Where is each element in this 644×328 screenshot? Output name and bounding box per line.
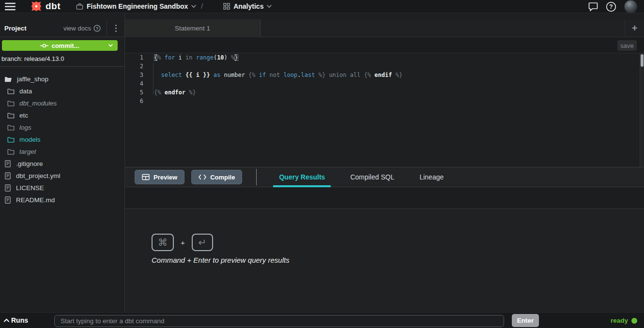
chevron-up-icon [4,318,9,322]
sidebar-divider [0,66,124,67]
tree-item-label: logs [19,124,31,131]
tree-item-dbt-project-yml[interactable]: dbt_project.yml [0,170,124,182]
tree-item-label: dbt_project.yml [16,172,61,179]
user-avatar[interactable] [624,0,637,13]
code-line-6[interactable]: 6 [125,97,644,105]
preview-button[interactable]: Preview [135,170,184,184]
commit-label: commit... [51,42,79,49]
folder-open-icon [4,76,12,83]
editor-tab-bar: Statement 1 + [125,19,644,37]
tree-item-label: models [19,136,41,143]
runs-label: Runs [11,316,28,324]
code-line-5[interactable]: 5{% endfor %} [125,88,644,97]
folder-icon [7,136,15,143]
file-icon [4,160,11,167]
results-tab-compiled-sql[interactable]: Compiled SQL [344,167,400,187]
top-nav-bar: dbt Fishtown Engineering Sandbox / Analy… [0,0,644,13]
folder-icon [7,88,15,94]
project-selector[interactable]: Analytics [223,2,272,10]
save-button[interactable]: save [617,40,637,51]
sidebar-menu-button[interactable] [107,19,124,37]
editor-scrollbar[interactable] [640,53,644,167]
svg-text:?: ? [96,26,98,30]
indent-guide [153,63,153,95]
plus-separator: + [181,239,185,247]
chevron-down-icon [267,5,272,8]
tree-item-models[interactable]: models [0,134,124,146]
enter-button[interactable]: Enter [512,314,539,327]
file-icon [4,184,11,192]
results-tab-query-results[interactable]: Query Results [273,167,331,187]
editor-toolbar: save [125,37,644,53]
tree-item-label: LICENSE [16,184,44,192]
code-line-4[interactable]: 4 [125,79,644,88]
dbt-logo[interactable]: dbt [30,0,61,13]
project-name: Analytics [233,2,263,10]
line-number: 5 [125,89,143,96]
dbt-ide-window: dbt Fishtown Engineering Sandbox / Analy… [0,0,644,328]
new-tab-button[interactable]: + [625,19,644,37]
kebab-icon [115,25,117,32]
scrollbar-thumb[interactable] [641,54,644,67]
shortcut-keys: ⌘ + ↵ [152,234,213,251]
plus-icon: + [632,23,638,34]
breadcrumb-separator: / [201,2,203,10]
tree-item-label: jaffle_shop [17,75,48,83]
runs-toggle[interactable]: Runs [4,316,28,324]
toolbar-divider [256,169,257,185]
tree-item-license[interactable]: LICENSE [0,182,124,194]
command-status-bar: Runs Enter ready [0,312,644,328]
commit-button[interactable]: commit... [2,40,118,51]
sidebar-header: Project view docs ? [0,19,124,37]
shortcut-hint-text: Command + Enter to preview query results [152,256,290,264]
tree-item-label: README.md [16,196,55,204]
code-line-3[interactable]: 3 select {{ i }} as number {% if not loo… [125,71,644,79]
tree-item-data[interactable]: data [0,85,124,97]
tree-item-target[interactable]: target [0,146,124,158]
code-line-1[interactable]: 1{% for i in range(10) %} [125,53,644,62]
tree-item-label: etc [19,112,28,119]
hamburger-menu-icon[interactable] [5,2,15,11]
line-number: 1 [125,54,143,61]
view-docs-link[interactable]: view docs ? [63,25,107,32]
briefcase-icon [76,3,83,10]
chat-icon[interactable] [588,2,598,11]
help-icon[interactable]: ? [606,1,616,12]
results-subheader [125,188,644,209]
code-editor[interactable]: 1{% for i in range(10) %}23 select {{ i … [125,53,644,167]
line-number: 2 [125,63,143,70]
tree-item-etc[interactable]: etc [0,109,124,121]
tab-statement-1[interactable]: Statement 1 [125,19,261,37]
results-tab-lineage[interactable]: Lineage [414,167,449,187]
chevron-down-icon [191,5,196,8]
tree-item-label: data [19,88,32,95]
grid-icon [223,3,230,10]
sidebar-title: Project [4,25,27,32]
help-circle-icon: ? [93,25,101,32]
file-icon [4,196,11,204]
tree-item-label: .gitignore [16,160,43,167]
line-number: 6 [125,98,143,104]
tree-item-label: target [19,148,36,155]
tree-item-logs[interactable]: logs [0,121,124,134]
tree-item-jaffle-shop[interactable]: jaffle_shop [0,73,124,85]
return-key-icon: ↵ [192,234,213,251]
tree-item--gitignore[interactable]: .gitignore [0,158,124,170]
results-area: ⌘ + ↵ Command + Enter to preview query r… [125,209,644,312]
status-indicator: ready [611,313,637,328]
folder-icon [7,112,15,119]
tree-item-dbt-modules[interactable]: dbt_modules [0,97,124,109]
folder-icon [7,149,15,155]
compile-button[interactable]: Compile [191,170,242,184]
tree-item-readme-md[interactable]: README.md [0,194,124,206]
folder-icon [7,100,15,106]
file-icon [4,172,11,179]
workspace-selector[interactable]: Fishtown Engineering Sandbox [76,2,196,10]
code-line-2[interactable]: 2 [125,62,644,71]
folder-icon [7,124,15,131]
dbt-logo-icon [30,0,43,13]
git-commit-icon [40,43,48,48]
chevron-down-icon [108,44,113,47]
results-tabs: Query ResultsCompiled SQLLineage [266,167,456,187]
dbt-command-input[interactable] [54,315,504,327]
